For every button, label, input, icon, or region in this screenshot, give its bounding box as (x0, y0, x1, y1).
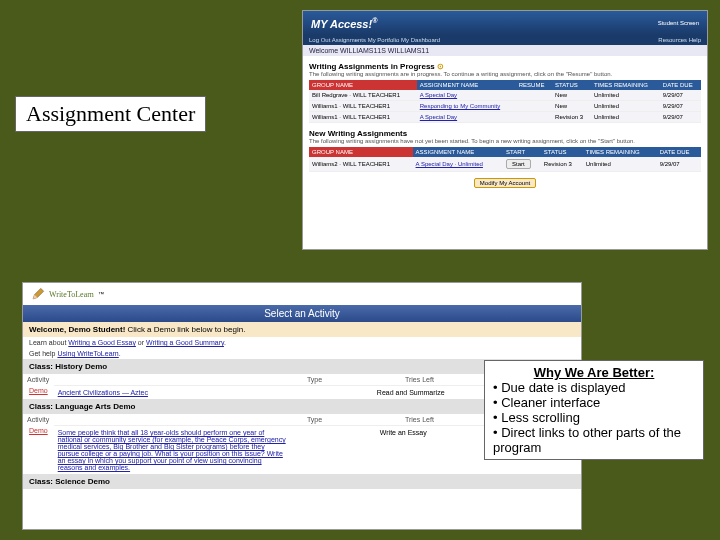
activity-bar: Select an Activity (23, 305, 581, 322)
learn-essay-link[interactable]: Writing a Good Essay (68, 339, 136, 346)
new-table: GROUP NAME ASSIGNMENT NAME START STATUS … (309, 147, 701, 172)
demo-link[interactable]: Demo (23, 425, 54, 474)
assignment-link[interactable]: Responding to My Community (420, 103, 500, 109)
wtl-logo: WriteToLearn (49, 290, 94, 299)
table-row: Williams2 · WILL TEACHER1A Special Day ·… (309, 157, 701, 172)
new-title: New Writing Assignments (309, 129, 701, 138)
nav-links-left[interactable]: Log Out Assignments My Portfolio My Dash… (309, 37, 440, 43)
welcome-text: Welcome WILLIAMS11S WILLIAMS11 (303, 45, 707, 56)
new-sub: The following writing assignments have n… (309, 138, 701, 144)
myaccess-panel: MY Access!® Student Screen Log Out Assig… (302, 10, 708, 250)
activity-link[interactable]: Some people think that all 18 year-olds … (58, 429, 286, 471)
start-button[interactable]: Start (506, 159, 531, 169)
pencil-icon (31, 287, 45, 301)
progress-title: Writing Assignments in Progress ⊙ (309, 62, 701, 71)
page-title: Assignment Center (15, 96, 206, 132)
help-link[interactable]: Using WriteToLearn (57, 350, 118, 357)
table-row: Williams1 · WILL TEACHER1Responding to M… (309, 101, 701, 112)
class-header: Class: Science Demo (23, 474, 581, 489)
why-item: Cleaner interface (493, 395, 695, 410)
progress-table: GROUP NAME ASSIGNMENT NAME RESUME STATUS… (309, 80, 701, 123)
wtl-welcome: Welcome, Demo Student! Click a Demo link… (23, 322, 581, 337)
progress-sub: The following writing assignments are in… (309, 71, 701, 77)
table-row: Bill Redgrave · WILL TEACHER1A Special D… (309, 90, 701, 101)
why-item: Direct links to other parts of the progr… (493, 425, 695, 455)
demo-link[interactable]: Demo (23, 385, 54, 399)
why-better-box: Why We Are Better: Due date is displayed… (484, 360, 704, 460)
learn-row: Learn about Writing a Good Essay or Writ… (23, 337, 581, 348)
assignment-link[interactable]: A Special Day (420, 92, 457, 98)
modify-account-button[interactable]: Modify My Account (474, 178, 536, 188)
assignment-link[interactable]: A Special Day · Unlimited (416, 161, 483, 167)
nav-links-right[interactable]: Resources Help (658, 37, 701, 43)
why-item: Less scrolling (493, 410, 695, 425)
myaccess-logo: MY Access!® (311, 17, 377, 30)
table-row: Williams1 · WILL TEACHER1A Special DayRe… (309, 112, 701, 123)
learn-summary-link[interactable]: Writing a Good Summary (146, 339, 224, 346)
why-title: Why We Are Better: (493, 365, 695, 380)
why-item: Due date is displayed (493, 380, 695, 395)
assignment-link[interactable]: A Special Day (420, 114, 457, 120)
activity-link[interactable]: Ancient Civilizations — Aztec (58, 389, 148, 396)
help-row: Get help Using WriteToLearn. (23, 348, 581, 359)
top-right-label: Student Screen (658, 20, 699, 26)
